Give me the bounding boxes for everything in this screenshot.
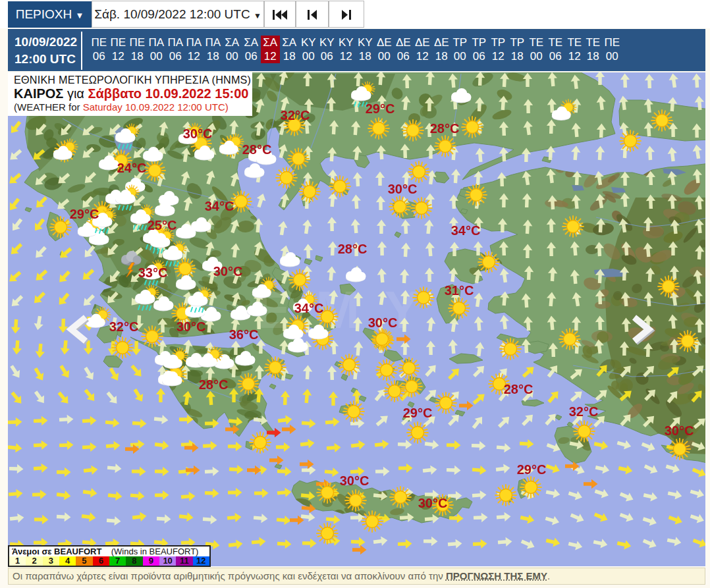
svg-text:28°C: 28°C [242, 142, 272, 157]
svg-text:30°C: 30°C [665, 423, 694, 438]
svg-text:24°C: 24°C [117, 161, 147, 175]
svg-text:30°C: 30°C [418, 496, 448, 510]
svg-text:32°C: 32°C [569, 404, 599, 419]
svg-text:30°C: 30°C [213, 264, 243, 279]
svg-text:31°C: 31°C [445, 283, 474, 298]
svg-text:30°C: 30°C [183, 126, 213, 141]
svg-text:36°C: 36°C [229, 327, 259, 342]
svg-text:34°C: 34°C [205, 199, 234, 213]
svg-text:34°C: 34°C [451, 223, 481, 238]
svg-text:32°C: 32°C [109, 319, 139, 334]
svg-text:30°C: 30°C [388, 182, 418, 196]
svg-text:29°C: 29°C [517, 462, 547, 477]
svg-text:28°C: 28°C [199, 377, 229, 392]
svg-text:28°C: 28°C [338, 242, 368, 256]
svg-text:30°C: 30°C [340, 473, 369, 488]
svg-text:28°C: 28°C [430, 121, 460, 136]
svg-text:28°C: 28°C [504, 382, 533, 396]
svg-text:25°C: 25°C [148, 218, 177, 232]
svg-text:33°C: 33°C [138, 265, 168, 280]
svg-text:32°C: 32°C [281, 108, 310, 122]
svg-text:29°C: 29°C [403, 406, 433, 420]
svg-text:29°C: 29°C [70, 207, 99, 221]
svg-text:29°C: 29°C [366, 101, 395, 116]
svg-text:30°C: 30°C [368, 315, 398, 330]
svg-text:34°C: 34°C [294, 301, 324, 315]
svg-text:30°C: 30°C [177, 319, 206, 334]
